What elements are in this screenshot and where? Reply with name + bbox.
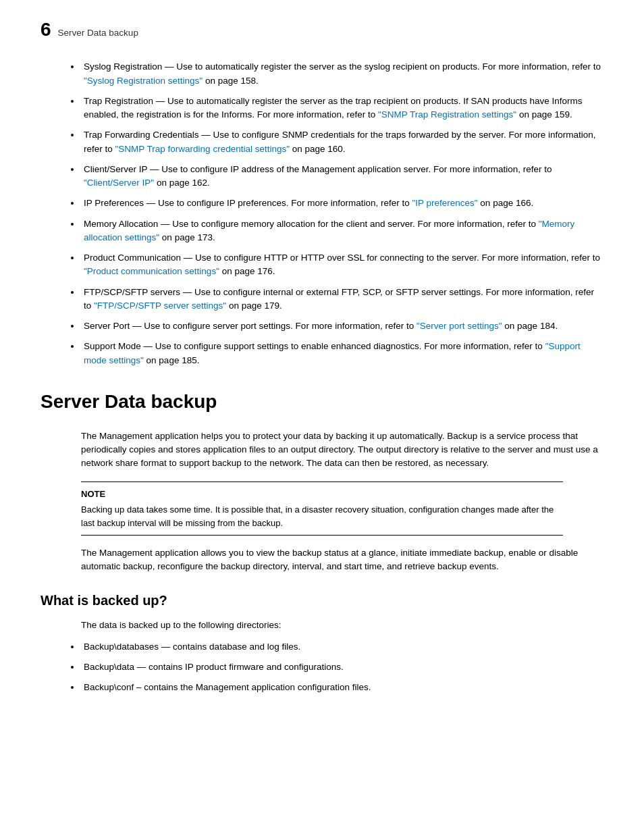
list-item-text-after: on page 179.: [226, 301, 282, 311]
list-item-text-after: on page 160.: [290, 144, 346, 154]
list-item-text-before: Product Communication — Use to configure…: [84, 253, 600, 263]
snmp-trap-forwarding-link[interactable]: "SNMP Trap forwarding credential setting…: [115, 144, 290, 154]
page-container: 6 Server Data backup Syslog Registration…: [0, 0, 644, 735]
list-item: FTP/SCP/SFTP servers — Use to configure …: [81, 286, 603, 313]
list-item-text-before: Syslog Registration — Use to automatical…: [84, 61, 601, 72]
backed-up-item: Backup\databases — contains database and…: [81, 640, 603, 654]
product-communication-link[interactable]: "Product communication settings": [84, 266, 219, 276]
backed-up-item: Backup\conf – contains the Management ap…: [81, 681, 603, 694]
list-item-text-after: on page 166.: [478, 198, 534, 208]
server-data-backup-intro: The Management application helps you to …: [81, 429, 603, 471]
backed-up-list: Backup\databases — contains database and…: [81, 640, 603, 695]
list-item-text-before: Memory Allocation — Use to configure mem…: [84, 219, 539, 229]
list-item: IP Preferences — Use to configure IP pre…: [81, 197, 603, 210]
list-item-text-after: on page 173.: [159, 232, 215, 242]
backed-up-item-text: Backup\conf – contains the Management ap…: [84, 682, 371, 692]
bullet-list: Syslog Registration — Use to automatical…: [81, 60, 603, 367]
note-box: NOTE Backing up data takes some time. It…: [81, 481, 563, 536]
list-item-text-before: Client/Server IP — Use to configure IP a…: [84, 164, 552, 174]
list-item-text-after: on page 184.: [502, 321, 558, 331]
server-data-backup-description: The Management application allows you to…: [81, 546, 603, 574]
backed-up-item-text: Backup\databases — contains database and…: [84, 642, 300, 652]
snmp-trap-registration-link[interactable]: "SNMP Trap Registration settings": [378, 109, 516, 120]
chapter-title-header: Server Data backup: [58, 26, 138, 40]
client-server-ip-link[interactable]: "Client/Server IP": [84, 178, 154, 188]
what-is-backed-up-heading: What is backed up?: [41, 590, 603, 610]
list-item-text-before: IP Preferences — Use to configure IP pre…: [84, 198, 412, 208]
list-item: Trap Forwarding Credentials — Use to con…: [81, 128, 603, 156]
list-item: Support Mode — Use to configure support …: [81, 340, 603, 367]
list-item-text-after: on page 176.: [219, 266, 275, 276]
syslog-registration-link[interactable]: "Syslog Registration settings": [84, 76, 203, 86]
ip-preferences-link[interactable]: "IP preferences": [412, 198, 477, 208]
list-item-text-after: on page 158.: [203, 76, 259, 86]
server-port-link[interactable]: "Server port settings": [417, 321, 502, 331]
list-item: Memory Allocation — Use to configure mem…: [81, 217, 603, 245]
note-text: Backing up data takes some time. It is p…: [81, 503, 563, 529]
server-data-backup-heading: Server Data backup: [41, 388, 603, 416]
backed-up-item-text: Backup\data — contains IP product firmwa…: [84, 662, 344, 672]
chapter-header: 6 Server Data backup: [41, 20, 603, 40]
list-item-text-after: on page 185.: [144, 355, 200, 365]
list-item: Client/Server IP — Use to configure IP a…: [81, 163, 603, 190]
ftp-scp-sftp-link[interactable]: "FTP/SCP/SFTP server settings": [94, 301, 226, 311]
list-item: Trap Registration — Use to automatically…: [81, 95, 603, 122]
list-item-text-before: Support Mode — Use to configure support …: [84, 341, 545, 351]
chapter-number: 6: [41, 20, 51, 39]
list-item: Product Communication — Use to configure…: [81, 251, 603, 279]
backed-up-item: Backup\data — contains IP product firmwa…: [81, 660, 603, 674]
note-label: NOTE: [81, 488, 563, 501]
list-item-text-after: on page 162.: [154, 178, 210, 188]
list-item-text-before: Server Port — Use to configure server po…: [84, 321, 417, 331]
list-item: Server Port — Use to configure server po…: [81, 319, 603, 333]
what-is-backed-up-intro: The data is backed up to the following d…: [81, 619, 603, 632]
list-item: Syslog Registration — Use to automatical…: [81, 60, 603, 88]
list-item-text-after: on page 159.: [516, 109, 572, 120]
